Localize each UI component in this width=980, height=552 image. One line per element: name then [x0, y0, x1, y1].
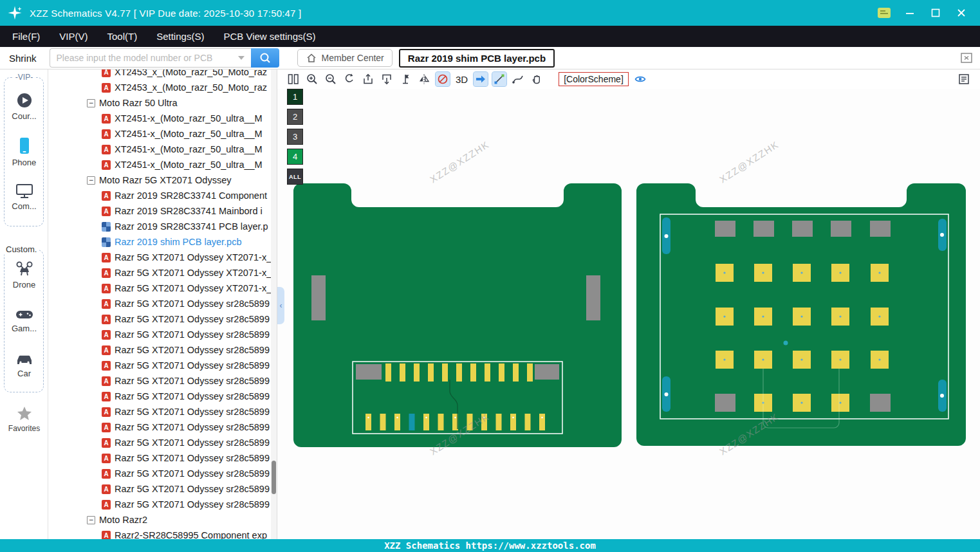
layer-button-3[interactable]: 3 [287, 129, 303, 145]
sidebar-item-label: Drone [13, 280, 35, 290]
tree-item[interactable]: ARazr 5G XT2071 Odyssey XT2071-x_ [48, 281, 271, 296]
3d-view-button[interactable]: 3D [454, 72, 469, 86]
tree-item-label: Razr 5G XT2071 Odyssey sr28c5899 [115, 422, 270, 432]
shrink-button[interactable]: Shrink [5, 52, 41, 64]
tree-item-label: Moto Razr 50 Ultra [99, 98, 178, 108]
tree-item[interactable]: ARazr 5G XT2071 Odyssey sr28c5899 [48, 466, 271, 481]
rotate-icon[interactable] [342, 72, 356, 86]
tree-item[interactable]: ARazr 5G XT2071 Odyssey XT2071-x_ [48, 265, 271, 281]
tree-item[interactable]: ARazr 5G XT2071 Odyssey sr28c5899 [48, 497, 271, 512]
pcb-board-right[interactable] [636, 183, 966, 446]
search-icon [259, 51, 272, 64]
tree-item[interactable]: −Moto Razr2 [48, 512, 271, 528]
sidebar-item-phone[interactable]: Phone [0, 136, 48, 167]
document-tab[interactable]: Razr 2019 shim PCB layer.pcb [399, 49, 555, 68]
top-view-icon[interactable] [361, 72, 375, 86]
zoom-in-icon[interactable] [305, 72, 319, 86]
pcb-canvas[interactable]: 3D [ColorScheme] 1234ALL ‹ [277, 69, 980, 539]
layer-button-all[interactable]: ALL [287, 169, 303, 185]
collapse-minus-icon[interactable]: − [87, 176, 95, 185]
collapse-panel-button[interactable]: ‹ [277, 287, 284, 324]
sidebar-item-favorites[interactable]: Favorites [0, 405, 48, 433]
tree-item[interactable]: ARazr 5G XT2071 Odyssey sr28c5899 [48, 419, 271, 435]
tree-item[interactable]: ARazr 5G XT2071 Odyssey sr28c5899 [48, 358, 271, 373]
sidebar-item-course[interactable]: Cour... [0, 91, 48, 121]
move-arrow-icon[interactable] [474, 72, 488, 86]
tree-item[interactable]: AXT2451-x_(Moto_razr_50_ultra__M [48, 142, 271, 157]
watermark: XZZ@XZZHK [717, 138, 781, 185]
visibility-eye-icon[interactable] [633, 72, 647, 86]
pcb-board-left[interactable] [293, 183, 622, 447]
window-controls [876, 5, 980, 21]
layer-button-2[interactable]: 2 [287, 109, 303, 125]
sidebar-item-car[interactable]: Car [0, 351, 48, 378]
menu-item[interactable]: VIP(V) [50, 26, 97, 47]
clipboard-icon[interactable] [876, 5, 892, 21]
sidebar-item-game[interactable]: Gam... [0, 308, 48, 333]
tree-item[interactable]: ARazr 2019 SR28C33741 Mainbord i [48, 203, 271, 219]
tree-item[interactable]: ARazr 5G XT2071 Odyssey sr28c5899 [48, 311, 271, 327]
diode-off-icon[interactable] [436, 72, 450, 86]
statusbar-text: XZZ Schematics https://www.xzztools.com [384, 540, 596, 551]
monitor-icon [15, 183, 34, 199]
tree-item[interactable]: ARazr 2019 SR28C33741 Component [48, 188, 271, 203]
split-view-icon[interactable] [286, 72, 300, 86]
tree-item[interactable]: ARazr 5G XT2071 Odyssey sr28c5899 [48, 404, 271, 419]
menu-item[interactable]: PCB View settings(S) [214, 26, 325, 47]
tree-item-label: Razr 5G XT2071 Odyssey sr28c5899 [115, 499, 270, 510]
tree-item[interactable]: AXT2451-x_(Moto_razr_50_ultra__M [48, 126, 271, 142]
sidebar-item-computer[interactable]: Com... [0, 183, 48, 211]
tree-item[interactable]: ARazr 5G XT2071 Odyssey sr28c5899 [48, 389, 271, 404]
menu-item[interactable]: Tool(T) [98, 26, 147, 47]
tree-item[interactable]: ARazr2-SR28C58995 Component exp [48, 528, 271, 539]
collapse-minus-icon[interactable]: − [87, 99, 95, 107]
tree-item[interactable]: ARazr 5G XT2071 Odyssey sr28c5899 [48, 342, 271, 358]
tree-item[interactable]: ARazr 5G XT2071 Odyssey sr28c5899 [48, 327, 271, 342]
tree-item[interactable]: ARazr 5G XT2071 Odyssey sr28c5899 [48, 435, 271, 450]
board-slot [586, 275, 600, 320]
tree-item[interactable]: AXT2453_x_(Moto_razr_50_Moto_raz [48, 80, 271, 95]
tree-item[interactable]: Razr 2019 SR28C33741 PCB layer.p [48, 219, 271, 234]
tree-item[interactable]: AXT2451-x_(Moto_razr_50_ultra__M [48, 157, 271, 172]
layer-button-1[interactable]: 1 [287, 89, 303, 105]
collapse-minus-icon[interactable]: − [87, 516, 95, 524]
zoom-out-icon[interactable] [324, 72, 338, 86]
tree-item[interactable]: −Moto Razr 50 Ultra [48, 95, 271, 111]
mirror-icon[interactable] [417, 72, 431, 86]
close-button[interactable] [953, 5, 970, 21]
tree-item[interactable]: ARazr 5G XT2071 Odyssey sr28c5899 [48, 373, 271, 389]
search-button[interactable] [251, 48, 279, 68]
sidebar-item-drone[interactable]: Drone [0, 260, 48, 290]
close-all-icon[interactable] [961, 53, 972, 63]
maximize-button[interactable] [927, 5, 944, 21]
tree-item[interactable]: ARazr 5G XT2071 Odyssey sr28c5899 [48, 481, 271, 497]
minimize-button[interactable] [901, 5, 918, 21]
measure-line-icon[interactable] [492, 72, 506, 86]
tree-item[interactable]: AXT2451-x_(Moto_razr_50_ultra__M [48, 111, 271, 126]
star-icon [16, 405, 33, 422]
curve-icon[interactable] [511, 72, 525, 86]
member-center-button[interactable]: Member Center [297, 49, 393, 67]
tree-item[interactable]: −Moto Razr 5G XT2071 Odyssey [48, 172, 271, 188]
search-input[interactable] [50, 48, 251, 68]
tree-scrollbar[interactable] [271, 69, 277, 539]
layer-panel-icon[interactable] [957, 72, 971, 86]
tree-item[interactable]: Razr 2019 shim PCB layer.pcb [48, 234, 271, 250]
tree-item[interactable]: ARazr 5G XT2071 Odyssey sr28c5899 [48, 296, 271, 311]
tree-item[interactable]: ARazr 5G XT2071 Odyssey sr28c5899 [48, 450, 271, 466]
menu-item[interactable]: File(F) [3, 26, 50, 47]
bottom-view-icon[interactable] [380, 72, 394, 86]
menu-item[interactable]: Settings(S) [147, 26, 214, 47]
tree-item-label: Razr 5G XT2071 Odyssey sr28c5899 [115, 329, 270, 340]
tree-item-label: Moto Razr 5G XT2071 Odyssey [99, 175, 232, 185]
layer-button-4[interactable]: 4 [287, 149, 303, 165]
tree-item[interactable]: AXT2453_x_(Moto_razr_50_Moto_raz [48, 69, 271, 80]
colorscheme-button[interactable]: [ColorScheme] [559, 72, 629, 86]
pan-hand-icon[interactable] [530, 72, 544, 86]
tree-scrollbar-thumb[interactable] [272, 461, 276, 494]
tree-item[interactable]: ARazr 5G XT2071 Odyssey XT2071-x_ [48, 250, 271, 265]
pdf-file-icon: A [102, 299, 111, 309]
chevron-down-icon[interactable] [238, 56, 245, 60]
probe-flag-icon[interactable] [398, 72, 412, 86]
tree-item-label: Razr 5G XT2071 Odyssey sr28c5899 [115, 376, 270, 386]
